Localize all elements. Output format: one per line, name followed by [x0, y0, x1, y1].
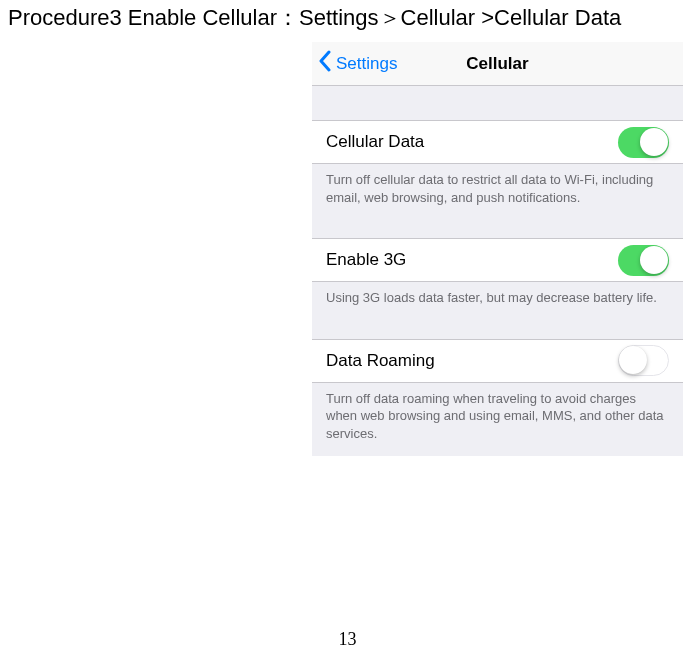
data-roaming-footer: Turn off data roaming when traveling to …: [312, 383, 683, 457]
enable-3g-row: Enable 3G: [312, 238, 683, 282]
section-spacer: [312, 86, 683, 120]
back-button-label: Settings: [336, 54, 397, 74]
enable-3g-footer: Using 3G loads data faster, but may decr…: [312, 282, 683, 321]
section-spacer: [312, 321, 683, 339]
back-button[interactable]: Settings: [312, 50, 397, 77]
cellular-data-toggle[interactable]: [618, 127, 669, 158]
enable-3g-toggle[interactable]: [618, 245, 669, 276]
settings-screenshot: Settings Cellular Cellular Data Turn off…: [312, 42, 683, 456]
cellular-data-label: Cellular Data: [326, 132, 424, 152]
toggle-knob: [619, 346, 647, 374]
enable-3g-label: Enable 3G: [326, 250, 406, 270]
data-roaming-toggle[interactable]: [618, 345, 669, 376]
data-roaming-row: Data Roaming: [312, 339, 683, 383]
data-roaming-label: Data Roaming: [326, 351, 435, 371]
toggle-knob: [640, 128, 668, 156]
cellular-data-footer: Turn off cellular data to restrict all d…: [312, 164, 683, 220]
document-heading: Procedure3 Enable Cellular：Settings＞Cell…: [0, 0, 695, 33]
page-number: 13: [0, 629, 695, 650]
navbar: Settings Cellular: [312, 42, 683, 86]
chevron-left-icon: [318, 50, 332, 77]
toggle-knob: [640, 246, 668, 274]
cellular-data-row: Cellular Data: [312, 120, 683, 164]
section-spacer: [312, 220, 683, 238]
